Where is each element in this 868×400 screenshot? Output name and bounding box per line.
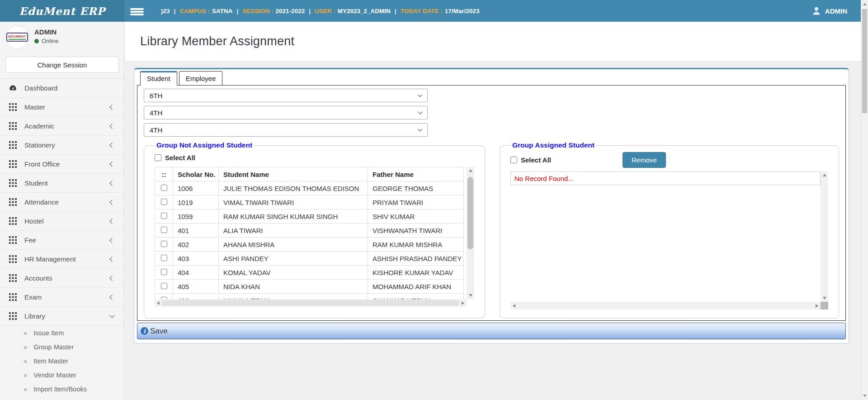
not-assigned-legend: Group Not Assigned Student bbox=[155, 141, 254, 149]
fieldsets-row: Group Not Assigned Student Select All bbox=[144, 141, 839, 319]
father-name-cell: GEORGE THOMAS bbox=[368, 181, 464, 195]
sidebar-item-accounts[interactable]: Accounts bbox=[0, 269, 124, 288]
assigned-horizontal-scrollbar[interactable] bbox=[510, 302, 821, 310]
sidebar-item-hr-management[interactable]: HR Management bbox=[0, 250, 124, 269]
table-hscrollbar-thumb[interactable] bbox=[162, 300, 459, 306]
scroll-left-arrow-icon[interactable] bbox=[513, 304, 515, 308]
sidebar-item-label: Master bbox=[24, 103, 110, 111]
campus-value: SATNA bbox=[212, 8, 233, 14]
row-checkbox[interactable] bbox=[161, 283, 167, 289]
row-checkbox[interactable] bbox=[161, 227, 167, 233]
father-name-cell: KISHORE KUMAR YADAV bbox=[368, 266, 464, 280]
chevron-left-icon bbox=[109, 105, 114, 110]
table-vertical-scrollbar[interactable] bbox=[467, 167, 474, 299]
row-checkbox[interactable] bbox=[161, 199, 167, 205]
online-status-label: Online bbox=[42, 38, 59, 44]
sidebar-item-front-office[interactable]: Front Office bbox=[0, 155, 124, 174]
tab-employee[interactable]: Employee bbox=[179, 71, 223, 86]
chevron-down-icon bbox=[418, 93, 423, 97]
avatar: EDUMENT bbox=[5, 25, 29, 49]
profile-name: ADMIN bbox=[34, 28, 119, 36]
sidebar-item-label: Dashboard bbox=[24, 84, 114, 92]
assigned-select-all-checkbox[interactable] bbox=[510, 157, 517, 163]
sidebar-item-stationery[interactable]: Stationery bbox=[0, 136, 124, 155]
not-assigned-table-body: 1006JULIE THOMAS EDISON THOMAS EDISONGEO… bbox=[155, 181, 464, 300]
sidebar-subitem-vendor-master[interactable]: »Vendor Master bbox=[0, 368, 124, 382]
section-select[interactable]: 4TH bbox=[144, 106, 428, 119]
sidebar-subitem-issue-item[interactable]: »Issue Item bbox=[0, 326, 124, 340]
tab-student[interactable]: Student bbox=[140, 71, 177, 86]
scroll-down-arrow-icon[interactable] bbox=[863, 395, 867, 397]
scrollbar-corner bbox=[821, 302, 828, 310]
save-button[interactable]: i Save bbox=[137, 323, 846, 339]
sidebar-item-attendance[interactable]: Attendance bbox=[0, 193, 124, 212]
grid-icon bbox=[9, 217, 24, 225]
scroll-right-arrow-icon[interactable] bbox=[816, 304, 818, 308]
group-select[interactable]: 4TH bbox=[144, 123, 428, 137]
scroll-down-arrow-icon[interactable] bbox=[469, 294, 472, 297]
hamburger-menu-icon[interactable] bbox=[130, 8, 144, 15]
topbar-user-menu[interactable]: ADMIN bbox=[812, 0, 847, 22]
sidebar-item-exam[interactable]: Exam bbox=[0, 288, 124, 307]
sidebar-subitem-group-master[interactable]: »Group Master bbox=[0, 340, 124, 354]
main-content: Library Member Assignment Student Employ… bbox=[125, 22, 861, 400]
student-tab-pane: 6TH 4TH 4TH Group Not Assigne bbox=[137, 85, 846, 321]
scroll-up-arrow-icon[interactable] bbox=[469, 169, 472, 172]
campus-label: CAMPUS : bbox=[179, 8, 210, 14]
assigned-vertical-scrollbar[interactable] bbox=[821, 171, 828, 302]
sidebar-item-label: Student bbox=[24, 179, 110, 187]
scroll-left-arrow-icon[interactable] bbox=[157, 301, 160, 305]
row-checkbox[interactable] bbox=[161, 255, 167, 261]
grid-icon bbox=[9, 293, 24, 301]
father-name-column-header: Father Name bbox=[368, 167, 464, 181]
grid-icon bbox=[9, 141, 24, 149]
sidebar-item-library[interactable]: Library bbox=[0, 307, 124, 326]
father-name-cell: VISHWANATH TIWARI bbox=[368, 224, 464, 238]
student-name-cell: JULIE THOMAS EDISON THOMAS EDISON bbox=[219, 181, 368, 195]
sidebar-subitem-import-item-books[interactable]: »Import Item/Books bbox=[0, 382, 124, 396]
page-scrollbar[interactable] bbox=[861, 0, 868, 400]
sidebar-item-master[interactable]: Master bbox=[0, 98, 124, 117]
sidebar-item-academic[interactable]: Academic bbox=[0, 117, 124, 136]
sidebar-item-hostel[interactable]: Hostel bbox=[0, 212, 124, 231]
father-name-cell: MOHAMMAD ARIF KHAN bbox=[368, 280, 464, 294]
chevron-left-icon bbox=[109, 219, 114, 224]
not-assigned-select-all[interactable]: Select All bbox=[155, 154, 474, 162]
sidebar-item-student[interactable]: Student bbox=[0, 174, 124, 193]
sidebar-item-label: Attendance bbox=[24, 198, 110, 206]
select-all-label: Select All bbox=[521, 156, 551, 164]
table-row: 404KOMAL YADAVKISHORE KUMAR YADAV bbox=[155, 266, 464, 280]
sidebar-subitem-label: Vendor Master bbox=[33, 371, 76, 379]
sidebar-item-label: Exam bbox=[24, 293, 110, 301]
scroll-up-arrow-icon[interactable] bbox=[823, 174, 826, 176]
session-value: 2021-2022 bbox=[276, 8, 305, 14]
sidebar-item-label: Hostel bbox=[24, 217, 110, 225]
not-assigned-select-all-checkbox[interactable] bbox=[155, 154, 161, 161]
class-select[interactable]: 6TH bbox=[144, 89, 428, 102]
table-horizontal-scrollbar[interactable] bbox=[155, 299, 467, 307]
row-checkbox[interactable] bbox=[161, 213, 167, 219]
assigned-select-all[interactable]: Select All bbox=[510, 156, 551, 164]
sidebar-item-label: Academic bbox=[24, 122, 110, 130]
sidebar-profile: EDUMENT ADMIN Online bbox=[0, 22, 124, 52]
group-select-value: 4TH bbox=[150, 126, 162, 134]
scholar-no-column-header: Scholar No. bbox=[173, 167, 219, 181]
row-checkbox[interactable] bbox=[161, 269, 167, 275]
page-scrollbar-thumb[interactable] bbox=[862, 9, 867, 113]
table-scrollbar-thumb[interactable] bbox=[467, 177, 473, 249]
class-select-value: 6TH bbox=[150, 92, 162, 100]
student-name-cell: NIDA KHAN bbox=[219, 280, 368, 294]
sidebar-item-fee[interactable]: Fee bbox=[0, 231, 124, 250]
remove-button[interactable]: Remove bbox=[623, 152, 666, 168]
group-not-assigned-fieldset: Group Not Assigned Student Select All bbox=[144, 141, 485, 319]
change-session-button[interactable]: Change Session bbox=[5, 57, 119, 73]
sidebar-subitem-item-master[interactable]: »Item Master bbox=[0, 354, 124, 368]
row-checkbox[interactable] bbox=[161, 185, 167, 191]
scroll-up-arrow-icon[interactable] bbox=[863, 3, 867, 5]
scroll-right-arrow-icon[interactable] bbox=[462, 301, 464, 305]
sidebar-item-label: Fee bbox=[24, 236, 110, 244]
row-checkbox[interactable] bbox=[161, 241, 167, 247]
scroll-down-arrow-icon[interactable] bbox=[823, 297, 826, 300]
sidebar-item-dashboard[interactable]: Dashboard bbox=[0, 79, 124, 98]
table-row: 1006JULIE THOMAS EDISON THOMAS EDISONGEO… bbox=[155, 181, 464, 195]
